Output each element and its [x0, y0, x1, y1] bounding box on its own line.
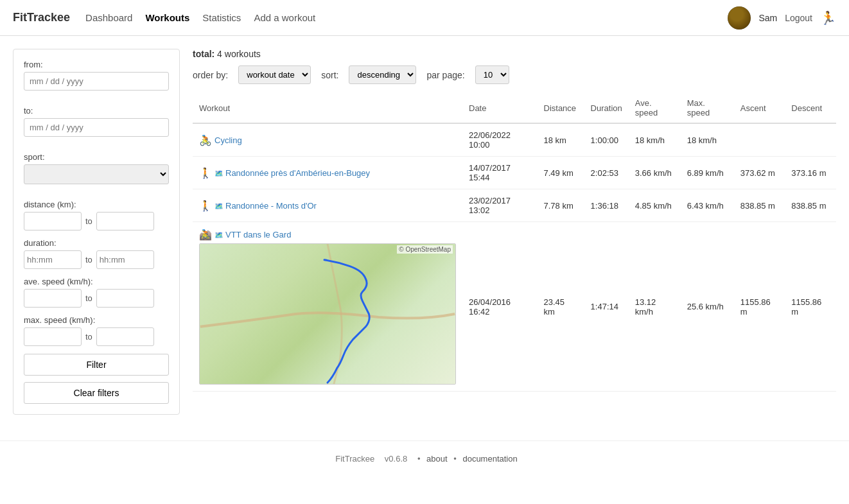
content-header: total: 4 workouts order by: workout date…	[193, 49, 836, 84]
map-preview: © OpenStreetMap	[199, 243, 456, 385]
workout-link-3[interactable]: 🗺️VTT dans le Gard	[214, 230, 291, 239]
workout-cell-1: 🚶🗺️Randonnée près d'Ambérieu-en-Bugey	[193, 157, 462, 189]
from-group: from:	[24, 60, 169, 98]
from-input[interactable]	[24, 72, 169, 91]
footer-dot-1: •	[417, 454, 421, 464]
sport-group: sport: Cycling Hiking Mountain Biking	[24, 152, 169, 192]
nav-link-workouts[interactable]: Workouts	[145, 12, 189, 23]
workout-cell-2: 🚶🗺️Randonnée - Monts d'Or	[193, 189, 462, 222]
duration-cell-0: 1:00:00	[584, 123, 629, 157]
nav-link-statistics[interactable]: Statistics	[202, 12, 241, 23]
col-descent: Descent	[785, 93, 836, 123]
per-page-label: par page:	[426, 70, 464, 80]
per-page-select[interactable]: 10 20 50	[475, 65, 509, 84]
distance-cell-3: 23.45 km	[538, 222, 584, 392]
to-group: to:	[24, 106, 169, 144]
workout-link-2[interactable]: 🗺️Randonnée - Monts d'Or	[214, 201, 317, 211]
ave_speed-cell-0: 18 km/h	[629, 123, 681, 157]
col-ascent: Ascent	[734, 93, 785, 123]
clear-filters-button[interactable]: Clear filters	[24, 382, 169, 404]
ave_speed-cell-1: 3.66 km/h	[629, 157, 681, 189]
sport-icon: 🚵	[199, 229, 212, 241]
logout-button[interactable]: Logout	[785, 13, 812, 23]
max_speed-cell-0: 18 km/h	[681, 123, 734, 157]
order-by-select[interactable]: workout date distance duration ave. spee…	[238, 65, 311, 84]
ascent-cell-3: 1155.86 m	[734, 222, 785, 392]
max-speed-range-row: to	[24, 327, 169, 346]
main-layout: from: to: sport: Cycling Hiking Mountain…	[0, 36, 849, 428]
ave-speed-to-label: to	[85, 293, 92, 303]
map-icon: 🗺️	[214, 169, 223, 177]
duration-from-input[interactable]	[24, 250, 82, 269]
content: total: 4 workouts order by: workout date…	[193, 49, 836, 415]
nav-username: Sam	[758, 13, 777, 23]
ave-speed-from-input[interactable]	[24, 289, 82, 308]
ave-speed-to-input[interactable]	[96, 289, 154, 308]
distance-cell-0: 18 km	[538, 123, 584, 157]
workout-link-0[interactable]: Cycling	[214, 135, 242, 145]
ave_speed-cell-2: 4.85 km/h	[629, 189, 681, 222]
max-speed-to-input[interactable]	[96, 327, 154, 346]
navbar: FitTrackee Dashboard Workouts Statistics…	[0, 0, 849, 36]
col-max-speed: Max. speed	[681, 93, 734, 123]
from-label: from:	[24, 60, 169, 69]
nav-links: Dashboard Workouts Statistics Add a work…	[85, 12, 728, 23]
date-cell-3: 26/04/2016 16:42	[462, 222, 538, 392]
nav-link-dashboard[interactable]: Dashboard	[85, 12, 132, 23]
duration-label: duration:	[24, 238, 169, 248]
max_speed-cell-3: 25.6 km/h	[681, 222, 734, 392]
distance-to-input[interactable]	[96, 212, 154, 230]
to-label: to:	[24, 106, 169, 116]
ave-speed-label: ave. speed (km/h):	[24, 277, 169, 286]
duration-cell-2: 1:36:18	[584, 189, 629, 222]
nav-link-add-workout[interactable]: Add a workout	[254, 12, 315, 23]
map-background: © OpenStreetMap	[200, 244, 455, 384]
duration-group: duration: to	[24, 238, 169, 269]
footer-brand: FitTrackee	[335, 454, 374, 464]
distance-label: distance (km):	[24, 200, 169, 209]
descent-cell-0	[785, 123, 836, 157]
avatar[interactable]	[728, 6, 751, 30]
workout-cell-3: 🚵🗺️VTT dans le Gard© OpenStreetMap	[193, 222, 462, 392]
descent-cell-2: 838.85 m	[785, 189, 836, 222]
duration-cell-1: 2:02:53	[584, 157, 629, 189]
distance-cell-2: 7.78 km	[538, 189, 584, 222]
distance-from-input[interactable]	[24, 212, 82, 230]
footer-about-link[interactable]: about	[426, 454, 448, 464]
sort-select[interactable]: descending ascending	[349, 65, 416, 84]
max_speed-cell-1: 6.89 km/h	[681, 157, 734, 189]
footer: FitTrackee v0.6.8 • about • documentatio…	[0, 440, 849, 476]
total-value: 4 workouts	[217, 49, 261, 59]
ave_speed-cell-3: 13.12 km/h	[629, 222, 681, 392]
map-icon: 🗺️	[214, 231, 223, 239]
max-speed-to-label: to	[85, 332, 92, 342]
avatar-image	[728, 6, 751, 30]
app-icon: 🏃	[820, 10, 836, 26]
max_speed-cell-2: 6.43 km/h	[681, 189, 734, 222]
to-input[interactable]	[24, 118, 169, 137]
ave-speed-group: ave. speed (km/h): to	[24, 277, 169, 308]
total-text: total: 4 workouts	[193, 49, 836, 59]
duration-cell-3: 1:47:14	[584, 222, 629, 392]
sidebar: from: to: sport: Cycling Hiking Mountain…	[13, 49, 180, 415]
date-cell-2: 23/02/2017 13:02	[462, 189, 538, 222]
workouts-table: Workout Date Distance Duration Ave. spee…	[193, 93, 836, 392]
date-cell-1: 14/07/2017 15:44	[462, 157, 538, 189]
col-date: Date	[462, 93, 538, 123]
max-speed-from-input[interactable]	[24, 327, 82, 346]
sport-label: sport:	[24, 152, 169, 162]
table-row: 🚵🗺️VTT dans le Gard© OpenStreetMap26/04/…	[193, 222, 836, 392]
controls-row: order by: workout date distance duration…	[193, 65, 836, 84]
date-cell-0: 22/06/2022 10:00	[462, 123, 538, 157]
ascent-cell-0	[734, 123, 785, 157]
sport-select[interactable]: Cycling Hiking Mountain Biking	[24, 164, 169, 184]
distance-to-label: to	[85, 216, 92, 226]
sort-label: sort:	[321, 70, 338, 80]
filter-button[interactable]: Filter	[24, 354, 169, 376]
duration-to-input[interactable]	[96, 250, 154, 269]
table-body: 🚴Cycling22/06/2022 10:0018 km1:00:0018 k…	[193, 123, 836, 392]
footer-documentation-link[interactable]: documentation	[462, 454, 517, 464]
nav-brand[interactable]: FitTrackee	[13, 11, 70, 24]
table-row: 🚶🗺️Randonnée près d'Ambérieu-en-Bugey14/…	[193, 157, 836, 189]
workout-link-1[interactable]: 🗺️Randonnée près d'Ambérieu-en-Bugey	[214, 168, 370, 178]
